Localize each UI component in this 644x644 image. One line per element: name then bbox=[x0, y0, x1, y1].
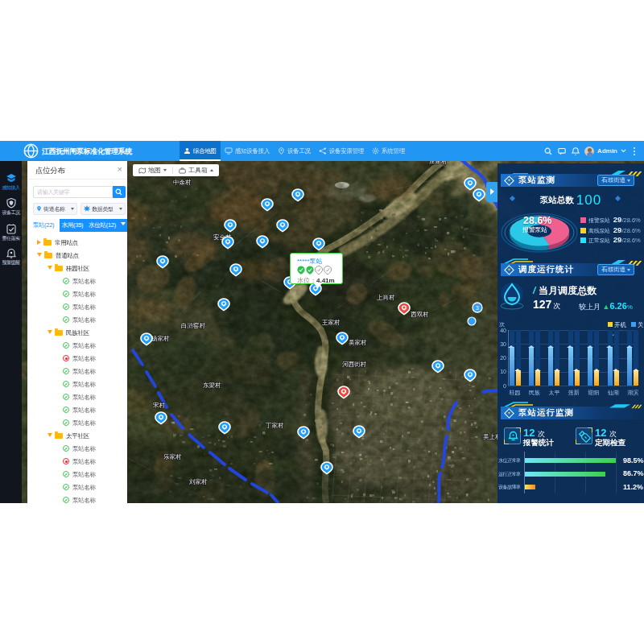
svg-text:3: 3 bbox=[476, 305, 479, 311]
svg-text:河西街村: 河西街村 bbox=[342, 361, 367, 368]
svg-text:中余村: 中余村 bbox=[173, 179, 192, 186]
svg-text:东梁村: 东梁村 bbox=[203, 382, 221, 389]
svg-text:西双村: 西双村 bbox=[411, 311, 429, 318]
svg-text:白浒窑村: 白浒窑村 bbox=[181, 322, 206, 329]
svg-text:庄家村: 庄家村 bbox=[429, 161, 448, 165]
svg-text:杨家村: 杨家村 bbox=[151, 335, 170, 342]
svg-text:上肖村: 上肖村 bbox=[377, 294, 395, 301]
svg-text:王家村: 王家村 bbox=[322, 319, 341, 326]
svg-text:乐家村: 乐家村 bbox=[163, 453, 182, 460]
svg-text:宋村: 宋村 bbox=[153, 402, 166, 409]
svg-text:丁家村: 丁家村 bbox=[266, 422, 284, 429]
svg-text:吴家村: 吴家村 bbox=[349, 339, 367, 346]
svg-text:刘家村: 刘家村 bbox=[189, 478, 208, 485]
